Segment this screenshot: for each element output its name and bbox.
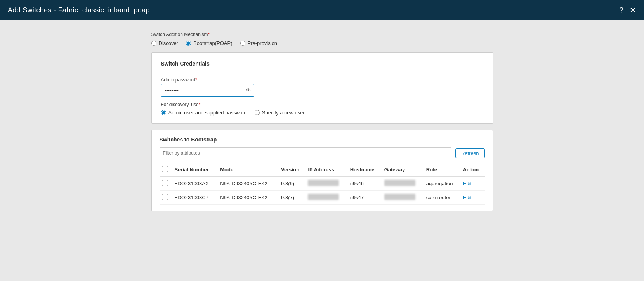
radio-preprovision-label: Pre-provision (248, 40, 278, 46)
bootstrap-card-header: Switches to Bootstrap (160, 136, 485, 143)
radio-new-user-label: Specify a new user (262, 110, 305, 116)
row1-hostname: n9k46 (348, 177, 382, 191)
select-all-checkbox[interactable] (162, 166, 168, 172)
row2-checkbox[interactable] (162, 194, 168, 200)
row1-serial-number: FDO231003AX (172, 177, 218, 191)
header-action: Action (461, 163, 485, 177)
switch-addition-label: Switch Addition Mechanism* (151, 32, 493, 37)
radio-new-user[interactable]: Specify a new user (255, 110, 305, 116)
refresh-button[interactable]: Refresh (455, 148, 485, 158)
row1-checkbox[interactable] (162, 180, 168, 186)
row2-action: Edit (461, 191, 485, 205)
switch-addition-radio-group: Discover Bootstrap(POAP) Pre-provision (151, 40, 493, 46)
radio-admin-user[interactable]: Admin user and supplied password (161, 110, 247, 116)
discovery-radio-group: Admin user and supplied password Specify… (161, 110, 483, 116)
main-content: Switch Addition Mechanism* Discover Boot… (0, 20, 644, 281)
filter-bar: Refresh (160, 147, 485, 159)
credentials-card: Switch Credentials Admin password* 👁 For… (151, 52, 493, 124)
header-model: Model (218, 163, 279, 177)
row2-serial-number: FDO231003C7 (172, 191, 218, 205)
header-gateway: Gateway (382, 163, 424, 177)
radio-admin-user-input[interactable] (161, 110, 166, 115)
row2-gateway (382, 191, 424, 205)
row2-checkbox-cell (160, 191, 172, 205)
help-icon[interactable]: ? (619, 6, 623, 14)
radio-discover-label: Discover (159, 40, 179, 46)
dialog-title: Add Switches - Fabric: classic_inband_po… (8, 6, 150, 14)
header-role: Role (424, 163, 461, 177)
radio-discover-input[interactable] (151, 41, 156, 46)
row2-role: core router (424, 191, 461, 205)
admin-password-field: Admin password* 👁 (161, 77, 483, 97)
row1-version: 9.3(9) (279, 177, 306, 191)
show-password-icon[interactable]: 👁 (246, 87, 251, 93)
row1-role: aggregation (424, 177, 461, 191)
header-serial-number: Serial Number (172, 163, 218, 177)
row2-hostname: n9k47 (348, 191, 382, 205)
radio-admin-user-label: Admin user and supplied password (168, 110, 247, 116)
discovery-label: For discovery, use* (161, 102, 483, 107)
header-checkbox-cell (160, 163, 172, 177)
row2-edit-link[interactable]: Edit (463, 195, 472, 200)
row1-ip-address (306, 177, 347, 191)
close-icon[interactable]: ✕ (630, 6, 636, 14)
bootstrap-card: Switches to Bootstrap Refresh Serial Num… (151, 130, 493, 211)
table-header-row: Serial Number Model Version IP Address H… (160, 163, 485, 177)
switches-table: Serial Number Model Version IP Address H… (160, 163, 485, 205)
switch-addition-section: Switch Addition Mechanism* Discover Boot… (151, 28, 493, 46)
row1-action: Edit (461, 177, 485, 191)
bootstrap-card-title: Switches to Bootstrap (160, 136, 217, 143)
radio-bootstrap-label: Bootstrap(POAP) (193, 40, 232, 46)
dialog-content: Switch Addition Mechanism* Discover Boot… (151, 28, 493, 273)
row2-model: N9K-C93240YC-FX2 (218, 191, 279, 205)
row1-gateway-redacted (384, 180, 415, 186)
admin-password-input[interactable] (161, 84, 254, 97)
title-bar-actions: ? ✕ (619, 6, 636, 14)
header-version: Version (279, 163, 306, 177)
row1-checkbox-cell (160, 177, 172, 191)
radio-preprovision-input[interactable] (240, 41, 245, 46)
radio-new-user-input[interactable] (255, 110, 260, 115)
radio-bootstrap-input[interactable] (186, 41, 191, 46)
row1-model: N9K-C93240YC-FX2 (218, 177, 279, 191)
row1-ip-redacted (308, 180, 339, 186)
radio-discover[interactable]: Discover (151, 40, 179, 46)
row2-version: 9.3(7) (279, 191, 306, 205)
table-row: FDO231003AX N9K-C93240YC-FX2 9.3(9) n9k4… (160, 177, 485, 191)
title-bar: Add Switches - Fabric: classic_inband_po… (0, 0, 644, 20)
admin-password-input-wrapper: 👁 (161, 84, 254, 97)
discovery-section: For discovery, use* Admin user and suppl… (161, 102, 483, 116)
radio-bootstrap[interactable]: Bootstrap(POAP) (186, 40, 232, 46)
table-row: FDO231003C7 N9K-C93240YC-FX2 9.3(7) n9k4… (160, 191, 485, 205)
header-hostname: Hostname (348, 163, 382, 177)
credentials-title: Switch Credentials (161, 60, 483, 71)
row2-ip-address (306, 191, 347, 205)
row2-ip-redacted (308, 194, 339, 200)
row1-gateway (382, 177, 424, 191)
row1-edit-link[interactable]: Edit (463, 181, 472, 186)
row2-gateway-redacted (384, 194, 415, 200)
header-ip-address: IP Address (306, 163, 347, 177)
admin-password-label: Admin password* (161, 77, 483, 83)
radio-preprovision[interactable]: Pre-provision (240, 40, 278, 46)
filter-input[interactable] (160, 147, 451, 159)
